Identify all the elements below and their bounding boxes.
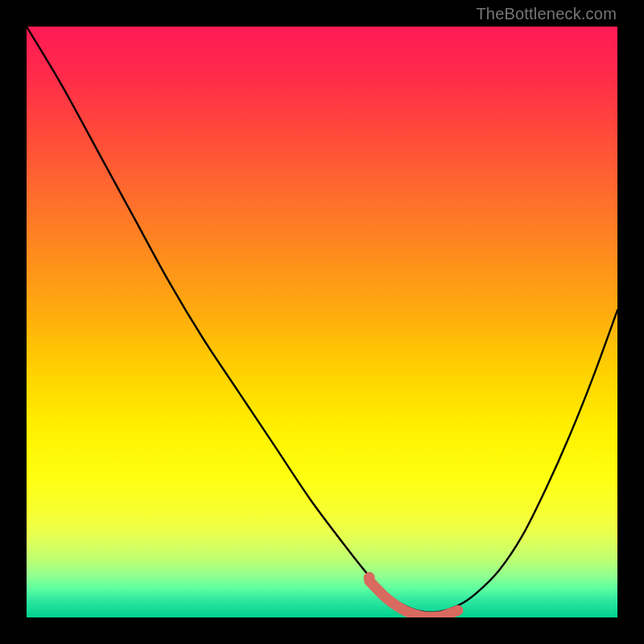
plot-area: [27, 27, 617, 617]
optimal-band: [364, 572, 458, 617]
attribution-text: TheBottleneck.com: [476, 5, 617, 23]
curve-svg: [27, 27, 617, 617]
bottleneck-curve: [27, 27, 617, 613]
optimal-band-dot-left: [364, 572, 375, 584]
optimal-band-path: [369, 581, 458, 617]
chart-container: TheBottleneck.com: [0, 0, 644, 644]
